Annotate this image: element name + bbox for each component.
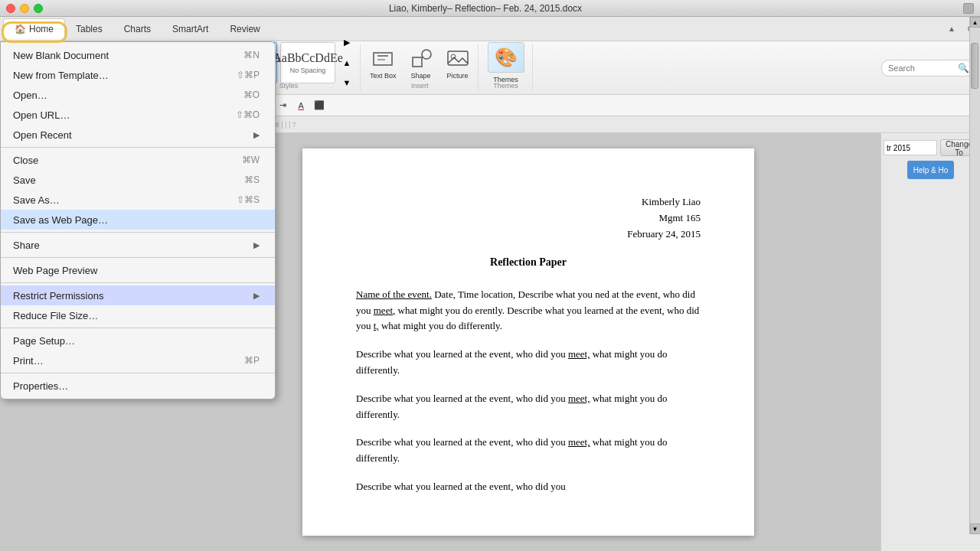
menu-print[interactable]: Print… ⌘P bbox=[1, 350, 275, 370]
menu-open-label: Open… bbox=[13, 90, 47, 101]
menu-open-url[interactable]: Open URL… ⇧⌘O bbox=[1, 105, 275, 125]
menu-open-recent-arrow: ▶ bbox=[253, 130, 260, 140]
menu-save-label: Save bbox=[13, 174, 36, 186]
menu-save-web-label: Save as Web Page… bbox=[13, 214, 108, 226]
menu-close[interactable]: Close ⌘W bbox=[1, 150, 275, 170]
menu-open-recent[interactable]: Open Recent ▶ bbox=[1, 125, 275, 145]
menu-open-url-label: Open URL… bbox=[13, 109, 70, 121]
menu-new-template-shortcut: ⇧⌘P bbox=[237, 70, 260, 80]
menu-sep-2 bbox=[1, 232, 275, 233]
menu-new-template[interactable]: New from Template… ⇧⌘P bbox=[1, 65, 275, 85]
menu-page-setup[interactable]: Page Setup… bbox=[1, 331, 275, 350]
menu-save-as-label: Save As… bbox=[13, 194, 60, 206]
menu-open-recent-label: Open Recent bbox=[13, 129, 72, 141]
menu-reduce-size[interactable]: Reduce File Size… bbox=[1, 305, 275, 325]
menu-highlight-circle bbox=[2, 21, 67, 43]
menu-page-setup-label: Page Setup… bbox=[13, 335, 75, 347]
menu-share-label: Share bbox=[13, 240, 40, 251]
menu-sep-6 bbox=[1, 373, 275, 373]
menu-sep-5 bbox=[1, 328, 275, 328]
menu-restrict-arrow: ▶ bbox=[253, 291, 260, 301]
menu-sep-3 bbox=[1, 257, 275, 258]
menu-save-web[interactable]: Save as Web Page… bbox=[1, 210, 275, 230]
menu-web-preview-label: Web Page Preview bbox=[13, 265, 97, 276]
menu-new-blank[interactable]: New Blank Document ⌘N bbox=[1, 45, 275, 65]
menu-restrict-label: Restrict Permissions bbox=[13, 290, 103, 302]
menu-save-shortcut: ⌘S bbox=[244, 174, 260, 185]
menu-new-blank-shortcut: ⌘N bbox=[243, 50, 260, 60]
menu-save[interactable]: Save ⌘S bbox=[1, 170, 275, 190]
menu-open-url-shortcut: ⇧⌘O bbox=[236, 109, 260, 120]
menu-overlay: New Blank Document ⌘N New from Template…… bbox=[0, 0, 980, 551]
menu-properties[interactable]: Properties… bbox=[1, 376, 275, 396]
menu-new-template-label: New from Template… bbox=[13, 70, 109, 81]
menu-print-label: Print… bbox=[13, 355, 44, 367]
menu-web-preview[interactable]: Web Page Preview bbox=[1, 260, 275, 280]
menu-new-blank-label: New Blank Document bbox=[13, 50, 109, 61]
menu-sep-4 bbox=[1, 282, 275, 283]
menu-save-as[interactable]: Save As… ⇧⌘S bbox=[1, 190, 275, 210]
menu-print-shortcut: ⌘P bbox=[244, 355, 260, 366]
menu-open[interactable]: Open… ⌘O bbox=[1, 85, 275, 105]
menu-save-as-shortcut: ⇧⌘S bbox=[237, 194, 260, 205]
menu-close-shortcut: ⌘W bbox=[242, 155, 260, 165]
menu-open-shortcut: ⌘O bbox=[243, 90, 260, 100]
file-menu: New Blank Document ⌘N New from Template…… bbox=[0, 41, 276, 399]
menu-properties-label: Properties… bbox=[13, 380, 68, 392]
menu-share-arrow: ▶ bbox=[253, 240, 260, 250]
menu-close-label: Close bbox=[13, 155, 38, 166]
menu-restrict-permissions[interactable]: Restrict Permissions ▶ bbox=[1, 285, 275, 305]
menu-reduce-label: Reduce File Size… bbox=[13, 310, 98, 321]
menu-sep-1 bbox=[1, 147, 275, 148]
menu-share[interactable]: Share ▶ bbox=[1, 235, 275, 255]
